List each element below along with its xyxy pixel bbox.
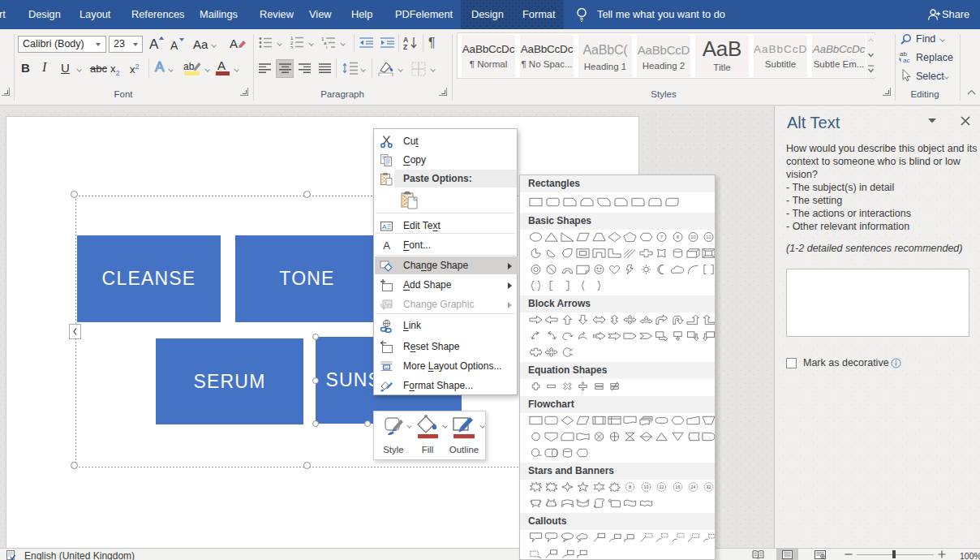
- svg-text:Z: Z: [403, 43, 407, 50]
- svg-text:ac: ac: [903, 57, 909, 63]
- svg-text:3: 3: [290, 45, 294, 50]
- svg-text:A: A: [382, 223, 387, 230]
- svg-text:i: i: [326, 45, 327, 49]
- svg-text:ab: ab: [183, 61, 195, 72]
